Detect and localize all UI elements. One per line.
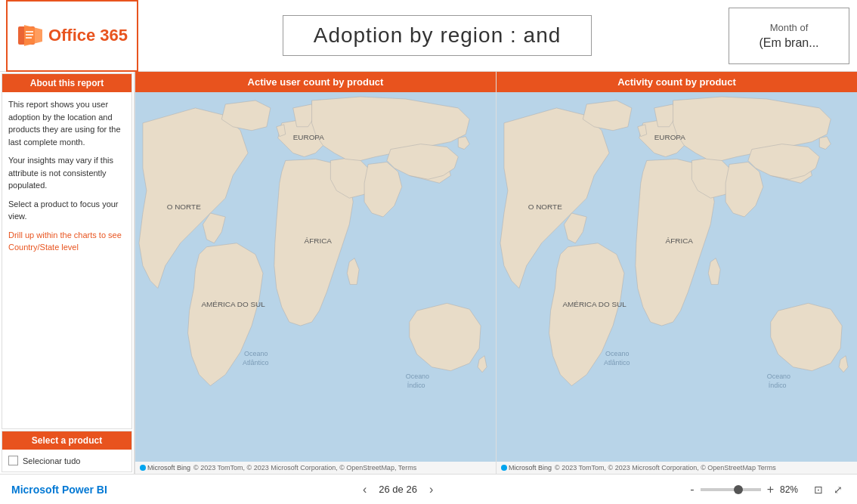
right-map-body[interactable]: O NORTE EUROPA ÁFRICA AMÉRIC​A DO SUL Oc… xyxy=(497,92,857,462)
about-text-1: This report shows you user adoption by t… xyxy=(8,98,125,148)
sidebar: About this report This report shows you … xyxy=(0,72,135,474)
powerbi-link[interactable]: Microsoft Power BI xyxy=(11,484,107,496)
expand-button[interactable]: ⤢ xyxy=(831,482,846,497)
about-text-2: Your insights may vary if this attribute… xyxy=(8,154,125,192)
drill-up-text: Drill up within the charts to see Countr… xyxy=(8,229,125,254)
svg-text:Oceano: Oceano xyxy=(767,373,790,380)
svg-text:Oceano: Oceano xyxy=(605,350,629,357)
bing-logo-left: Microsoft Bing xyxy=(140,464,190,472)
svg-text:ÁFRICA: ÁFRICA xyxy=(666,237,694,245)
svg-text:EUROPA: EUROPA xyxy=(654,133,686,141)
filter-label: Month of xyxy=(770,22,809,33)
logo-text: Office 365 xyxy=(48,26,128,45)
svg-text:Oceano: Oceano xyxy=(406,373,429,380)
status-bar: Microsoft Power BI ‹ 26 de 26 › - + 82% … xyxy=(0,474,857,504)
logo-area: Office 365 xyxy=(6,0,138,72)
zoom-thumb[interactable] xyxy=(734,485,743,494)
product-body: Selecionar tudo xyxy=(2,450,131,472)
svg-rect-2 xyxy=(26,31,33,32)
left-map-header: Active user count by product xyxy=(135,72,496,92)
svg-rect-4 xyxy=(26,37,32,39)
page-indicator: 26 de 26 xyxy=(379,484,417,495)
left-map-panel: Active user count by product xyxy=(135,72,496,474)
bing-text-right: Microsoft Bing xyxy=(509,464,552,472)
svg-text:AMÉRIC​A DO SUL: AMÉRIC​A DO SUL xyxy=(562,300,627,308)
product-header: Select a product xyxy=(2,431,131,450)
next-page-button[interactable]: › xyxy=(425,481,438,498)
select-all-checkbox[interactable] xyxy=(8,456,18,465)
left-map-credits: © 2023 TomTom, © 2023 Microsoft Corporat… xyxy=(193,464,416,472)
svg-text:ÁFRICA: ÁFRICA xyxy=(305,237,333,245)
filter-area[interactable]: Month of (Em bran... xyxy=(729,8,849,64)
left-world-map: O NORTE EUROPA ÁFRICA AMÉRIC​A DO SUL Oc… xyxy=(135,92,496,462)
svg-text:Índico: Índico xyxy=(407,382,425,389)
svg-text:O NORTE: O NORTE xyxy=(528,203,562,211)
right-map-header: Activity count by product xyxy=(497,72,857,92)
zoom-plus-button[interactable]: + xyxy=(766,481,775,498)
right-map-panel: Activity count by product xyxy=(496,72,857,474)
right-map-footer: Microsoft Bing © 2023 TomTom, © 2023 Mic… xyxy=(497,462,857,474)
bing-logo-right: Microsoft Bing xyxy=(501,464,552,472)
filter-value: (Em bran... xyxy=(759,36,818,50)
zoom-slider[interactable] xyxy=(701,488,761,491)
office-icon xyxy=(17,22,44,49)
prev-page-button[interactable]: ‹ xyxy=(358,481,371,498)
bing-dot-left xyxy=(140,465,146,471)
select-all-label: Selecionar tudo xyxy=(23,456,80,465)
left-map-body[interactable]: O NORTE EUROPA ÁFRICA AMÉRIC​A DO SUL Oc… xyxy=(135,92,496,462)
svg-text:AMÉRIC​A DO SUL: AMÉRIC​A DO SUL xyxy=(201,300,265,308)
svg-text:Oceano: Oceano xyxy=(244,350,268,357)
left-map-footer: Microsoft Bing © 2023 TomTom, © 2023 Mic… xyxy=(135,462,496,474)
top-bar: Office 365 Adoption by region : and Mont… xyxy=(0,0,857,72)
svg-text:Atlântico: Atlântico xyxy=(243,359,268,366)
about-section: About this report This report shows you … xyxy=(2,73,132,429)
page-navigation: ‹ 26 de 26 › xyxy=(358,481,438,498)
svg-text:Atlântico: Atlântico xyxy=(604,359,630,366)
svg-text:Índico: Índico xyxy=(769,382,787,389)
zoom-controls: - + 82% ⊡ ⤢ xyxy=(688,481,846,498)
right-map-credits: © 2023 TomTom, © 2023 Microsoft Corporat… xyxy=(555,464,776,472)
maps-container: Active user count by product xyxy=(135,72,857,474)
title-area: Adoption by region : and xyxy=(146,15,729,56)
svg-text:O NORTE: O NORTE xyxy=(167,203,201,211)
about-body: This report shows you user adoption by t… xyxy=(2,92,131,266)
about-header: About this report xyxy=(2,74,131,92)
zoom-minus-button[interactable]: - xyxy=(688,481,695,498)
right-world-map: O NORTE EUROPA ÁFRICA AMÉRIC​A DO SUL Oc… xyxy=(497,92,857,462)
svg-text:EUROPA: EUROPA xyxy=(293,133,325,141)
bing-text-left: Microsoft Bing xyxy=(147,464,190,472)
about-text-3: Select a product to focus your view. xyxy=(8,198,125,223)
bing-dot-right xyxy=(501,465,507,471)
svg-rect-3 xyxy=(26,34,33,36)
zoom-percent: 82% xyxy=(780,484,806,495)
fit-page-button[interactable]: ⊡ xyxy=(811,482,826,497)
product-section: Select a product Selecionar tudo xyxy=(2,431,132,472)
report-title: Adoption by region : and xyxy=(283,15,592,56)
main-content: About this report This report shows you … xyxy=(0,72,857,474)
